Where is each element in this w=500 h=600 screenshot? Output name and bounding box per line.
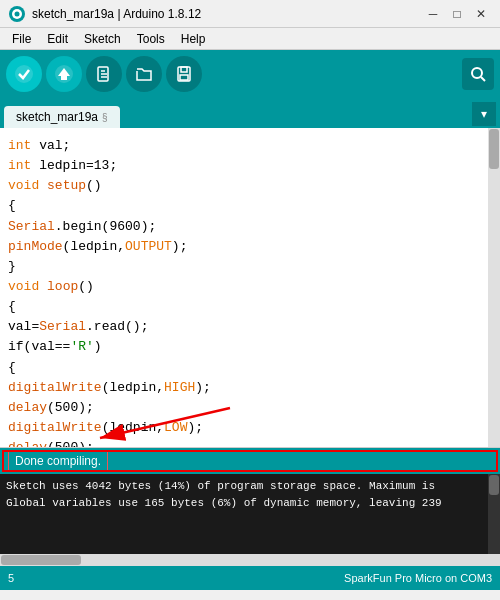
menu-sketch[interactable]: Sketch [76, 30, 129, 48]
svg-point-13 [472, 68, 482, 78]
app-logo [8, 5, 26, 23]
search-button[interactable] [462, 58, 494, 90]
code-editor[interactable]: int val; int ledpin=13; void setup() { S… [0, 128, 500, 448]
menu-help[interactable]: Help [173, 30, 214, 48]
hscrollbar-thumb[interactable] [1, 555, 81, 565]
window-title: sketch_mar19a | Arduino 1.8.12 [32, 7, 420, 21]
compile-status-bar: Done compiling. [0, 448, 500, 474]
svg-point-3 [15, 65, 33, 83]
svg-point-2 [15, 11, 20, 16]
console-scrollbar[interactable] [488, 474, 500, 554]
menubar: File Edit Sketch Tools Help [0, 28, 500, 50]
tab-label: sketch_mar19a [16, 110, 98, 124]
tab-sketch[interactable]: sketch_mar19a § [4, 106, 120, 128]
menu-file[interactable]: File [4, 30, 39, 48]
horizontal-scrollbar[interactable] [0, 554, 500, 566]
maximize-button[interactable]: □ [446, 3, 468, 25]
menu-edit[interactable]: Edit [39, 30, 76, 48]
code-content: int val; int ledpin=13; void setup() { S… [0, 128, 500, 448]
console-line-2: Global variables use 165 bytes (6%) of d… [6, 495, 494, 512]
console-line-1: Sketch uses 4042 bytes (14%) of program … [6, 478, 494, 495]
svg-line-14 [481, 77, 485, 81]
verify-button[interactable] [6, 56, 42, 92]
close-button[interactable]: ✕ [470, 3, 492, 25]
new-button[interactable] [86, 56, 122, 92]
toolbar [0, 50, 500, 98]
svg-rect-11 [181, 67, 187, 72]
tab-modified-symbol: § [102, 112, 108, 123]
console-output[interactable]: Sketch uses 4042 bytes (14%) of program … [0, 474, 500, 554]
tabs-dropdown-button[interactable]: ▾ [472, 102, 496, 126]
upload-button[interactable] [46, 56, 82, 92]
status-line-number: 5 [8, 572, 344, 584]
save-button[interactable] [166, 56, 202, 92]
compile-status-text: Done compiling. [8, 451, 108, 471]
minimize-button[interactable]: ─ [422, 3, 444, 25]
svg-rect-12 [180, 75, 188, 80]
editor-scrollbar[interactable] [488, 128, 500, 447]
menu-tools[interactable]: Tools [129, 30, 173, 48]
status-bar: 5 SparkFun Pro Micro on COM3 [0, 566, 500, 590]
open-button[interactable] [126, 56, 162, 92]
titlebar: sketch_mar19a | Arduino 1.8.12 ─ □ ✕ [0, 0, 500, 28]
tabs-bar: sketch_mar19a § ▾ [0, 98, 500, 128]
status-board: SparkFun Pro Micro on COM3 [344, 572, 492, 584]
